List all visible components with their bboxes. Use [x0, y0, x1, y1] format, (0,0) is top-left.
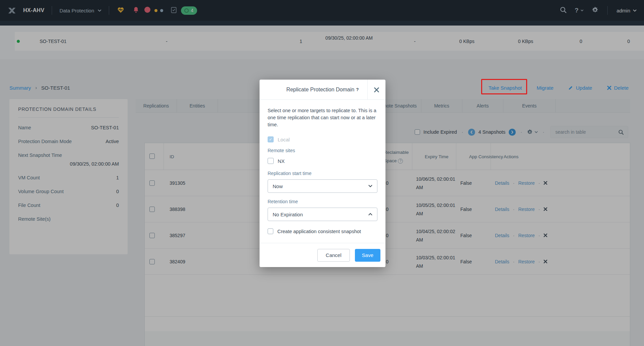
remote-site-nx-checkbox[interactable] [268, 158, 274, 164]
local-target-row: Local [268, 136, 377, 142]
modal-header: Replicate Protection Domain ? [260, 80, 385, 100]
help-icon[interactable]: ? [356, 87, 359, 92]
modal-title: Replicate Protection Domain [286, 87, 355, 93]
remote-site-row: NX [268, 158, 377, 164]
retention-time-label: Retention time [268, 199, 377, 204]
app-consistent-checkbox[interactable] [268, 228, 273, 234]
chevron-up-icon [368, 213, 372, 216]
modal-description: Select one or more targets to replicate … [268, 107, 377, 128]
remote-sites-label: Remote sites [268, 148, 377, 153]
modal-footer: Cancel Save [260, 243, 385, 267]
remote-site-nx-label: NX [278, 158, 285, 164]
replicate-protection-domain-modal: Replicate Protection Domain ? Select one… [260, 80, 385, 267]
retention-time-select[interactable]: No Expiration [268, 208, 377, 221]
close-icon [374, 87, 379, 92]
save-button[interactable]: Save [355, 249, 380, 262]
app-consistent-row: Create application consistent snapshot [268, 228, 377, 234]
app-consistent-label: Create application consistent snapshot [277, 229, 361, 234]
modal-body: Select one or more targets to replicate … [260, 107, 385, 234]
replication-start-time-select[interactable]: Now [268, 179, 377, 193]
chevron-down-icon [368, 185, 372, 187]
modal-close-button[interactable] [367, 80, 385, 100]
cancel-button[interactable]: Cancel [317, 249, 350, 262]
local-checkbox [268, 136, 274, 142]
local-label: Local [278, 137, 290, 142]
replication-start-time-label: Replication start time [268, 171, 377, 176]
